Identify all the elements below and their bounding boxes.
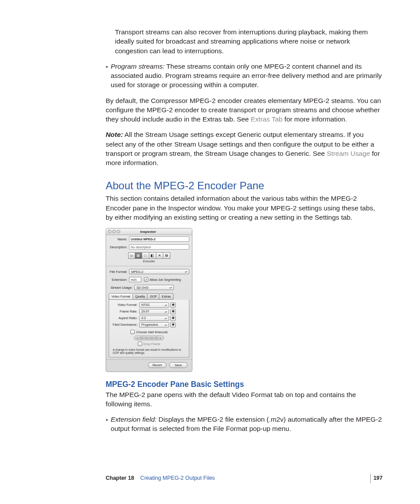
chapter-title: Creating MPEG-2 Output Files (140, 475, 215, 481)
inspector-title: Inspector (120, 230, 176, 234)
save-button[interactable]: Save (169, 362, 188, 368)
inspector-icon-toolbar: ▭ ▦ □ ◧ ✕ ✿ (106, 251, 192, 259)
subsection-heading: MPEG-2 Encoder Pane Basic Settings (106, 380, 383, 389)
name-label: Name: (109, 237, 129, 241)
chevron-updown-icon: ▴▾ (184, 269, 188, 274)
section-intro: This section contains detailed informati… (106, 194, 383, 222)
frame-rate-label: Frame Rate: (112, 309, 139, 313)
minimize-icon[interactable] (112, 230, 116, 233)
chapter-label: Chapter 18 (106, 475, 134, 481)
aspect-ratio-select[interactable]: 4:3▴▾ (139, 316, 169, 321)
tab-extras[interactable]: Extras (159, 293, 173, 300)
file-format-label: File Format: (109, 270, 129, 274)
panel-note: A change in video format can result in m… (110, 347, 188, 355)
encoder-label: Encoder (106, 259, 192, 265)
tab-frame-icon[interactable]: □ (142, 252, 149, 259)
tab-geometry-icon[interactable]: ✕ (156, 252, 163, 259)
file-format-select[interactable]: MPEG-2▴▾ (129, 269, 189, 274)
paragraph-note: Note: All the Stream Usage settings exce… (106, 130, 383, 167)
chevron-right-icon[interactable]: ▸ (160, 336, 162, 340)
paragraph-transport-streams: Transport streams can also recover from … (106, 27, 383, 55)
extension-field[interactable]: m2v (129, 277, 141, 282)
drop-frame-checkbox[interactable] (138, 342, 142, 346)
tab-video-format[interactable]: Video Format (109, 293, 133, 300)
page-number: 197 (373, 475, 383, 481)
video-format-select[interactable]: NTSC▴▾ (139, 302, 169, 308)
tab-quality[interactable]: Quality (133, 293, 147, 300)
drop-frame-label: Drop Frame (144, 342, 160, 346)
subsection-intro: The MPEG-2 pane opens with the default V… (106, 390, 383, 409)
bullet-label: Extension field: (111, 416, 156, 423)
allow-seg-label: Allow Job Segmenting (150, 278, 181, 282)
gear-icon[interactable]: ✱ (170, 322, 176, 327)
page-footer: Chapter 18 Creating MPEG-2 Output Files … (0, 475, 420, 481)
tab-summary-icon[interactable]: ▭ (128, 252, 135, 259)
stream-usage-select[interactable]: SD DVD▴▾ (134, 285, 174, 290)
chevron-updown-icon: ▴▾ (164, 316, 168, 320)
note-label: Note: (106, 131, 123, 138)
section-heading: About the MPEG-2 Encoder Pane (106, 180, 383, 192)
choose-start-checkbox[interactable] (130, 330, 135, 334)
description-field[interactable]: No description (129, 244, 189, 250)
bullet-extension-field: • Extension field: Displays the MPEG-2 f… (106, 415, 383, 440)
aspect-ratio-label: Aspect Ratio: (112, 316, 139, 320)
name-field[interactable]: Untitled MPEG-2 (129, 236, 189, 242)
frame-rate-select[interactable]: 29.97▴▾ (139, 309, 169, 314)
bullet-dot: • (106, 415, 111, 424)
extension-label: Extension: (109, 278, 129, 282)
video-format-label: Video Format: (112, 303, 139, 307)
chevron-updown-icon: ▴▾ (164, 303, 168, 307)
chevron-left-icon[interactable]: ◂ (136, 336, 139, 340)
allow-seg-checkbox[interactable]: ✓ (144, 277, 148, 282)
window-controls[interactable] (108, 230, 120, 233)
link-extras-tab[interactable]: Extras Tab (251, 115, 282, 123)
close-icon[interactable] (108, 230, 111, 233)
description-label: Description: (109, 245, 129, 249)
gear-icon[interactable]: ✱ (170, 316, 176, 321)
chevron-updown-icon: ▴▾ (164, 309, 168, 314)
bullet-program-streams: • Program streams: These streams contain… (106, 62, 383, 96)
stream-usage-label: Stream Usage: (109, 286, 134, 290)
bullet-label: Program streams: (111, 63, 164, 70)
inspector-window: Inspector Name: Untitled MPEG-2 Descript… (106, 228, 192, 372)
paragraph-default-encoder: By default, the Compressor MPEG-2 encode… (106, 96, 383, 124)
inspector-titlebar: Inspector (106, 228, 192, 235)
tab-gop[interactable]: GOP (147, 293, 159, 300)
field-dominance-label: Field Dominance: (112, 323, 139, 327)
choose-start-label: Choose start timecode (136, 330, 168, 334)
tab-encoder-icon[interactable]: ▦ (135, 252, 142, 259)
chevron-updown-icon: ▴▾ (169, 285, 173, 290)
video-format-panel: Video Format: NTSC▴▾ ✱ Frame Rate: 29.97… (109, 300, 189, 357)
footer-divider (370, 474, 371, 483)
gear-icon[interactable]: ✱ (170, 309, 176, 314)
link-stream-usage[interactable]: Stream Usage (327, 150, 370, 157)
tab-actions-icon[interactable]: ✿ (163, 252, 170, 259)
timecode-field[interactable]: ◂ 00:00:00:00 ▸ (134, 335, 164, 340)
encoder-tabbar: Video Format Quality GOP Extras (106, 291, 192, 300)
zoom-icon[interactable] (117, 230, 120, 233)
field-dominance-select[interactable]: Progressive▴▾ (139, 322, 169, 327)
tab-filters-icon[interactable]: ◧ (149, 252, 156, 259)
chevron-updown-icon: ▴▾ (164, 323, 168, 327)
bullet-dot: • (106, 62, 111, 71)
gear-icon[interactable]: ✱ (170, 302, 176, 308)
revert-button[interactable]: Revert (148, 362, 166, 368)
